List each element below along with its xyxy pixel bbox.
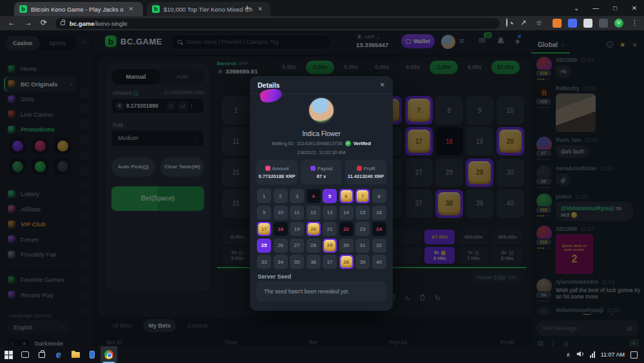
keno-ball-icon: 17 <box>258 223 270 235</box>
extension-icon[interactable] <box>568 19 577 28</box>
keno-cell-37[interactable]: 37 <box>323 255 337 269</box>
payout-icon <box>310 166 316 171</box>
extension-icon[interactable] <box>553 19 562 28</box>
keno-cell-27[interactable]: 27 <box>290 239 304 253</box>
verified-shield-icon: ✓ <box>345 141 351 146</box>
tab-close-icon[interactable]: ✕ <box>129 6 134 12</box>
browser-tab-strip: b Bitcoin Keno Game - Play Jacks o ✕ b $… <box>0 0 644 16</box>
keno-cell-22[interactable]: 22 <box>339 222 354 236</box>
edge-icon[interactable]: e <box>50 346 67 363</box>
keno-cell-6[interactable]: 6 <box>339 189 354 203</box>
keno-cell-19[interactable]: 19 <box>290 222 304 236</box>
verified-label[interactable]: Verified <box>354 141 371 146</box>
bet-stats: Amount0.77320188 XRPPayout67 xProfit11.4… <box>256 160 386 184</box>
keno-cell-8[interactable]: 8 <box>372 189 386 203</box>
keno-cell-25[interactable]: 25 <box>257 239 271 253</box>
keno-cell-16[interactable]: 16 <box>372 206 386 220</box>
browser-menu-icon[interactable]: ⋮ <box>631 19 638 27</box>
bcgame-favicon: b <box>19 5 27 13</box>
bet-timestamp: 2/8/2022, 11:02:30 AM <box>250 150 393 155</box>
back-button[interactable]: ← <box>8 18 15 27</box>
stat-label: Profit <box>364 166 375 172</box>
keno-cell-24[interactable]: 24 <box>372 222 386 236</box>
volume-icon[interactable] <box>576 349 584 360</box>
window-caret-icon[interactable]: ⌄ <box>567 0 586 16</box>
stat-profit: Profit11.4313240 XRP <box>345 160 386 184</box>
keno-cell-33[interactable]: 33 <box>257 255 271 269</box>
share-icon[interactable]: ↗ <box>520 19 526 27</box>
keno-cell-23[interactable]: 23 <box>355 222 370 236</box>
store-icon[interactable] <box>33 346 50 363</box>
start-button[interactable] <box>0 346 17 363</box>
keno-ball-icon: 29 <box>324 240 336 251</box>
browser-tab-2[interactable]: b $10,000 Top Tier Keno Mixed Ch ✕ <box>147 2 270 16</box>
keno-cell-4[interactable]: 4 <box>307 189 321 203</box>
screen: b Bitcoin Keno Game - Play Jacks o ✕ b $… <box>0 0 644 363</box>
tab-close-icon[interactable]: ✕ <box>258 6 263 12</box>
chrome-icon[interactable] <box>100 346 117 363</box>
windows-taskbar: e ∧ 11:07 AM <box>0 346 644 363</box>
keno-cell-26[interactable]: 26 <box>274 239 288 253</box>
stat-value: 11.4313240 XRP <box>348 173 384 179</box>
hidden-icons-chevron[interactable]: ∧ <box>566 351 571 358</box>
your-phone-icon[interactable] <box>84 346 100 363</box>
new-tab-button[interactable]: + <box>245 3 250 13</box>
url-bar[interactable]: bc.game/keno-single <box>55 18 500 29</box>
file-explorer-icon[interactable] <box>67 346 84 363</box>
keno-cell-7[interactable]: 7 <box>355 189 370 203</box>
keno-cell-3[interactable]: 3 <box>290 189 304 203</box>
forward-button[interactable]: → <box>24 18 32 27</box>
keno-cell-9[interactable]: 9 <box>257 206 271 220</box>
puzzle-extensions-icon[interactable] <box>599 19 608 28</box>
extension-icon[interactable] <box>583 19 592 28</box>
keno-cell-15[interactable]: 15 <box>355 206 370 220</box>
keno-cell-17[interactable]: 17 <box>257 222 271 236</box>
keno-ball-icon: 6 <box>341 190 352 202</box>
bookmark-star-icon[interactable]: ☆ <box>536 19 542 27</box>
tab-title: $10,000 Top Tier Keno Mixed Ch <box>164 6 252 13</box>
player-avatar[interactable] <box>308 97 335 124</box>
keno-cell-31[interactable]: 31 <box>355 239 370 253</box>
keno-cell-35[interactable]: 35 <box>290 255 304 269</box>
keno-cell-29[interactable]: 29 <box>323 239 337 253</box>
keno-cell-28[interactable]: 28 <box>307 239 321 253</box>
keno-cell-1[interactable]: 1 <box>257 189 271 203</box>
zoom-icon[interactable] <box>506 19 507 26</box>
keno-cell-14[interactable]: 14 <box>339 206 354 220</box>
reload-button[interactable]: ⟳ <box>41 18 47 27</box>
profile-avatar[interactable]: V <box>614 19 623 28</box>
keno-cell-12[interactable]: 12 <box>307 206 321 220</box>
player-name: Indica Flower <box>250 130 393 137</box>
keno-cell-36[interactable]: 36 <box>307 255 321 269</box>
network-icon[interactable] <box>590 351 595 358</box>
keno-cell-5[interactable]: 5 <box>323 189 337 203</box>
amount-icon <box>265 166 270 171</box>
keno-cell-40[interactable]: 40 <box>372 255 386 269</box>
url-path: /keno-single <box>95 20 128 27</box>
notification-center-icon[interactable] <box>630 351 638 358</box>
stat-payout: Payout67 x <box>301 160 342 184</box>
keno-cell-34[interactable]: 34 <box>274 255 288 269</box>
keno-cell-18[interactable]: 18 <box>274 222 288 236</box>
browser-tab-1[interactable]: b Bitcoin Keno Game - Play Jacks o ✕ <box>14 2 143 16</box>
keno-cell-32[interactable]: 32 <box>372 239 386 253</box>
keno-cell-39[interactable]: 39 <box>355 255 370 269</box>
tab-title: Bitcoin Keno Game - Play Jacks o <box>31 6 124 13</box>
modal-close-icon[interactable]: ✕ <box>380 81 385 88</box>
keno-cell-30[interactable]: 30 <box>339 239 354 253</box>
window-close-button[interactable]: ✕ <box>625 0 644 16</box>
keno-cell-10[interactable]: 10 <box>274 206 288 220</box>
minimize-button[interactable]: — <box>586 0 605 16</box>
profit-icon <box>357 166 362 171</box>
taskbar-clock[interactable]: 11:07 AM <box>601 351 625 358</box>
keno-cell-20[interactable]: 20 <box>307 222 321 236</box>
lock-icon <box>61 21 65 25</box>
maximize-button[interactable]: □ <box>605 0 625 16</box>
keno-cell-21[interactable]: 21 <box>323 222 337 236</box>
stat-label: Amount <box>272 166 289 172</box>
keno-cell-2[interactable]: 2 <box>274 189 288 203</box>
keno-cell-13[interactable]: 13 <box>323 206 337 220</box>
keno-cell-38[interactable]: 38 <box>339 255 354 269</box>
keno-cell-11[interactable]: 11 <box>290 206 304 220</box>
task-view-button[interactable] <box>17 346 33 363</box>
